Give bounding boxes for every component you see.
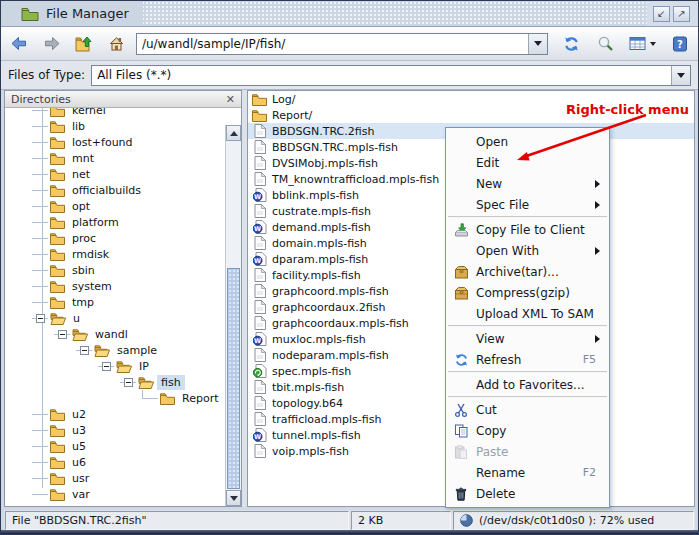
back-icon[interactable] (9, 34, 29, 54)
tree-item-lib[interactable]: lib (5, 118, 225, 134)
tree-item-ip[interactable]: IP (5, 358, 225, 374)
wandl-file-icon: W (252, 252, 267, 266)
menu-item-open-with[interactable]: Open With (447, 240, 608, 261)
tree-item-u[interactable]: u (5, 310, 225, 326)
menu-item-archive-tar[interactable]: Archive(tar)... (447, 261, 608, 282)
document-icon (252, 284, 267, 298)
menu-item-compress-gzip[interactable]: Compress(gzip) (447, 282, 608, 303)
menu-item-copy-file-to-client[interactable]: Copy File to Client (447, 219, 608, 240)
folder-icon (50, 488, 65, 501)
document-icon (252, 444, 267, 458)
folder-icon (50, 136, 65, 149)
filetype-dropdown-button[interactable] (671, 66, 690, 85)
tree-item-u3[interactable]: u3 (5, 422, 225, 438)
tree-item-label: var (68, 487, 94, 502)
tree-item-fish[interactable]: fish (5, 374, 225, 390)
collapse-toggle-icon[interactable] (54, 326, 70, 342)
menu-item-label: Refresh (476, 353, 521, 367)
tree-item-label: tmp (68, 295, 98, 310)
filetype-combo[interactable]: All Files (*.*) (91, 65, 691, 86)
tree-connector-line (32, 294, 48, 310)
menu-item-open[interactable]: Open (447, 131, 608, 152)
file-name: BBDSGN.TRC.mpls-fish (272, 141, 398, 154)
scrollbar-thumb[interactable] (227, 268, 240, 489)
menu-item-view[interactable]: View (447, 328, 608, 349)
tree-item-rmdisk[interactable]: rmdisk (5, 246, 225, 262)
scroll-up-button[interactable] (226, 125, 241, 141)
tree-item-opt[interactable]: opt (5, 198, 225, 214)
window-title: File Manager (46, 6, 129, 21)
minus-box-icon[interactable] (58, 330, 67, 339)
compress-icon (452, 286, 470, 300)
collapse-toggle-icon[interactable] (32, 310, 48, 326)
table-view-icon[interactable] (628, 34, 648, 54)
view-dropdown-icon[interactable] (650, 42, 656, 46)
menu-item-label: Compress(gzip) (476, 286, 570, 300)
tree-item-label: IP (135, 359, 153, 374)
tree-item-u6[interactable]: u6 (5, 454, 225, 470)
forward-icon[interactable] (43, 34, 63, 54)
minus-box-icon[interactable] (80, 346, 89, 355)
folder-icon (116, 360, 132, 373)
folder-icon (94, 344, 110, 357)
up-folder-icon[interactable] (74, 34, 94, 54)
tree-item-var[interactable]: var (5, 486, 225, 502)
menu-item-delete[interactable]: Delete (447, 483, 608, 504)
tree-item-u5[interactable]: u5 (5, 438, 225, 454)
tree-item-tmp[interactable]: tmp (5, 294, 225, 310)
minus-box-icon[interactable] (36, 314, 45, 323)
tree-item-u2[interactable]: u2 (5, 406, 225, 422)
tree-item-kernel[interactable]: kernel (5, 108, 225, 118)
address-dropdown-button[interactable] (528, 34, 547, 54)
menu-item-new[interactable]: New (447, 173, 608, 194)
tree-connector-line (32, 422, 48, 438)
arrow-up-icon (230, 131, 238, 136)
collapse-toggle-icon[interactable] (98, 358, 114, 374)
tree-item-officialbuilds[interactable]: officialbuilds (5, 182, 225, 198)
tree-item-report[interactable]: Report (5, 390, 225, 406)
restore-button[interactable]: ↙ (653, 6, 670, 22)
tree-item-proc[interactable]: proc (5, 230, 225, 246)
address-input[interactable] (137, 34, 528, 54)
home-icon[interactable] (106, 34, 126, 54)
tree-item-mnt[interactable]: mnt (5, 150, 225, 166)
collapse-toggle-icon[interactable] (76, 342, 92, 358)
tree-item-platform[interactable]: platform (5, 214, 225, 230)
menu-item-cut[interactable]: Cut (447, 399, 608, 420)
tree-item-sample[interactable]: sample (5, 342, 225, 358)
tree-item-label: sbin (68, 263, 99, 278)
menu-item-add-to-favorites[interactable]: Add to Favorites... (447, 374, 608, 395)
file-name: domain.mpls-fish (272, 237, 367, 250)
menu-item-copy[interactable]: Copy (447, 420, 608, 441)
minus-box-icon[interactable] (102, 362, 111, 371)
tree-item-net[interactable]: net (5, 166, 225, 182)
tree-connector-line (32, 486, 48, 502)
titlebar[interactable]: File Manager ↙ ↗ (1, 1, 698, 27)
menu-item-refresh[interactable]: RefreshF5 (447, 349, 608, 370)
tree-item-wandl[interactable]: wandl (5, 326, 225, 342)
tree-scrollbar[interactable] (225, 125, 241, 506)
document-icon (252, 412, 267, 426)
titlebar-buttons: ↙ ↗ (647, 1, 698, 26)
close-icon[interactable]: ✕ (226, 94, 235, 105)
menu-item-edit[interactable]: Edit (447, 152, 608, 173)
tree-item-sbin[interactable]: sbin (5, 262, 225, 278)
collapse-toggle-icon[interactable] (120, 374, 136, 390)
help-icon[interactable]: ? (670, 34, 690, 54)
menu-item-rename[interactable]: RenameF2 (447, 462, 608, 483)
tree-item-usr[interactable]: usr (5, 470, 225, 486)
refresh-icon[interactable] (562, 34, 582, 54)
tree-item-lost-found[interactable]: lost+found (5, 134, 225, 150)
menu-item-spec-file[interactable]: Spec File (447, 194, 608, 215)
maximize-button[interactable]: ↗ (673, 6, 690, 22)
tree-item-system[interactable]: system (5, 278, 225, 294)
scroll-down-button[interactable] (226, 490, 241, 506)
chevron-down-icon (677, 73, 685, 78)
minus-box-icon[interactable] (124, 378, 133, 387)
annotation-label: Right-click menu (566, 102, 689, 117)
document-icon (252, 140, 267, 154)
search-icon[interactable] (596, 34, 616, 54)
filetype-value: All Files (*.*) (92, 66, 671, 85)
tree-connector-line (32, 230, 48, 246)
menu-item-upload-xml-to-sam[interactable]: Upload XML To SAM (447, 303, 608, 324)
